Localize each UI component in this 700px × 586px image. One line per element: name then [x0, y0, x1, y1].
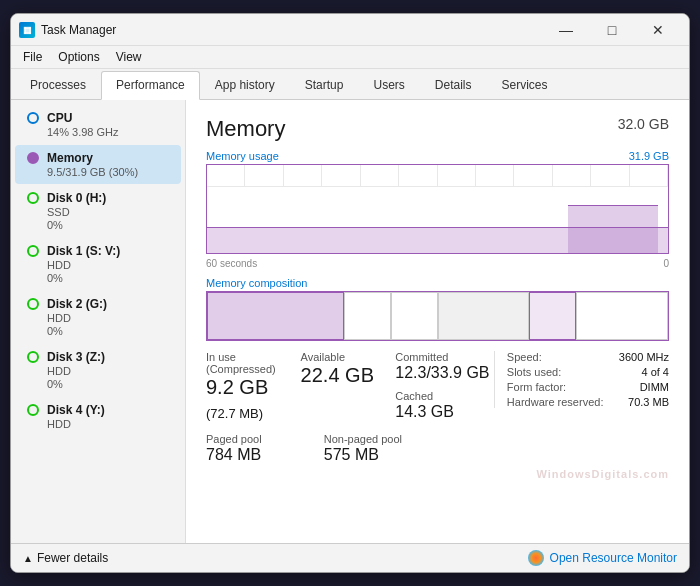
- stat-nonpaged: Non-paged pool 575 MB: [324, 433, 434, 464]
- tab-users[interactable]: Users: [358, 71, 419, 99]
- committed-value: 12.3/33.9 GB: [395, 363, 490, 382]
- close-button[interactable]: ✕: [635, 14, 681, 46]
- sidebar-item-cpu[interactable]: CPU 14% 3.98 GHz: [15, 105, 181, 144]
- sidebar-disk0-sub2: 0%: [27, 219, 169, 231]
- open-resource-label: Open Resource Monitor: [550, 551, 677, 565]
- sidebar-item-memory[interactable]: Memory 9.5/31.9 GB (30%): [15, 145, 181, 184]
- comp-white2: [391, 292, 438, 340]
- usage-max: 31.9 GB: [629, 150, 669, 162]
- in-use-gb: 9.2 GB: [206, 376, 268, 398]
- stats-section: In use (Compressed) 9.2 GB (72.7 MB) Ava…: [206, 351, 669, 423]
- slots-label: Slots used:: [507, 366, 607, 378]
- disk2-dot: [27, 298, 39, 310]
- usage-label: Memory usage: [206, 150, 279, 162]
- usage-section-label: Memory usage 31.9 GB: [206, 150, 669, 162]
- comp-white1: [344, 292, 391, 340]
- sidebar-item-disk1[interactable]: Disk 1 (S: V:) HDD 0%: [15, 238, 181, 290]
- sidebar-disk0-sub1: SSD: [27, 206, 169, 218]
- time-right-label: 0: [663, 258, 669, 269]
- memory-usage-chart: [206, 164, 669, 254]
- nonpaged-label: Non-paged pool: [324, 433, 434, 445]
- disk4-dot: [27, 404, 39, 416]
- form-label: Form factor:: [507, 381, 607, 393]
- nonpaged-value: 575 MB: [324, 445, 434, 464]
- tab-startup[interactable]: Startup: [290, 71, 359, 99]
- memory-composition-chart: [206, 291, 669, 341]
- fewer-details-label: Fewer details: [37, 551, 108, 565]
- disk1-dot: [27, 245, 39, 257]
- sidebar-disk4-header: Disk 4 (Y:): [27, 403, 169, 417]
- menu-options[interactable]: Options: [50, 46, 107, 68]
- bottom-bar: ▲ Fewer details Open Resource Monitor: [11, 543, 689, 572]
- stat-in-use: In use (Compressed) 9.2 GB (72.7 MB): [206, 351, 301, 423]
- stat-committed: Committed 12.3/33.9 GB: [395, 351, 490, 382]
- tab-performance[interactable]: Performance: [101, 71, 200, 100]
- content-total: 32.0 GB: [618, 116, 669, 132]
- sidebar-memory-name: Memory: [47, 151, 93, 165]
- sidebar-disk1-sub2: 0%: [27, 272, 169, 284]
- content-area: Memory 32.0 GB Memory usage 31.9 GB: [186, 100, 689, 543]
- composition-section-label: Memory composition: [206, 277, 669, 289]
- sidebar-item-disk3[interactable]: Disk 3 (Z:) HDD 0%: [15, 344, 181, 396]
- speed-value: 3600 MHz: [619, 351, 669, 363]
- content-header: Memory 32.0 GB: [206, 116, 669, 142]
- comp-in-use: [207, 292, 344, 340]
- maximize-button[interactable]: □: [589, 14, 635, 46]
- sidebar-cpu-sub: 14% 3.98 GHz: [27, 126, 169, 138]
- speed-row: Speed: 3600 MHz: [507, 351, 669, 363]
- pool-stats: Paged pool 784 MB Non-paged pool 575 MB: [206, 433, 669, 464]
- grid-cell: [553, 165, 591, 187]
- window-title: Task Manager: [41, 23, 543, 37]
- chart-time-labels: 60 seconds 0: [206, 258, 669, 269]
- cached-label: Cached: [395, 390, 490, 402]
- grid-cell: [207, 165, 245, 187]
- chevron-up-icon: ▲: [23, 553, 33, 564]
- grid-cell: [322, 165, 360, 187]
- in-use-compressed: (72.7 MB): [206, 406, 263, 421]
- disk0-dot: [27, 192, 39, 204]
- composition-label: Memory composition: [206, 277, 307, 289]
- minimize-button[interactable]: —: [543, 14, 589, 46]
- tab-details[interactable]: Details: [420, 71, 487, 99]
- reserved-row: Hardware reserved: 70.3 MB: [507, 396, 669, 408]
- tab-services[interactable]: Services: [487, 71, 563, 99]
- slots-value: 4 of 4: [641, 366, 669, 378]
- sidebar-item-disk4[interactable]: Disk 4 (Y:) HDD: [15, 397, 181, 436]
- sidebar-disk1-name: Disk 1 (S: V:): [47, 244, 120, 258]
- tab-app-history[interactable]: App history: [200, 71, 290, 99]
- title-bar: ▦ Task Manager — □ ✕: [11, 14, 689, 46]
- sidebar-disk4-name: Disk 4 (Y:): [47, 403, 105, 417]
- content-title: Memory: [206, 116, 285, 142]
- sidebar-disk3-sub2: 0%: [27, 378, 169, 390]
- menu-bar: File Options View: [11, 46, 689, 69]
- stat-committed-cached: Committed 12.3/33.9 GB Cached 14.3 GB: [395, 351, 490, 421]
- watermark: WindowsDigitals.com: [536, 468, 669, 480]
- stat-paged: Paged pool 784 MB: [206, 433, 316, 464]
- menu-view[interactable]: View: [108, 46, 150, 68]
- slots-row: Slots used: 4 of 4: [507, 366, 669, 378]
- grid-cell: [284, 165, 322, 187]
- resource-monitor-icon: [528, 550, 544, 566]
- sidebar-memory-sub: 9.5/31.9 GB (30%): [27, 166, 169, 178]
- in-use-label: In use (Compressed): [206, 351, 301, 375]
- app-icon: ▦: [19, 22, 35, 38]
- grid-cell: [514, 165, 552, 187]
- main-content: CPU 14% 3.98 GHz Memory 9.5/31.9 GB (30%…: [11, 100, 689, 543]
- task-manager-window: ▦ Task Manager — □ ✕ File Options View P…: [10, 13, 690, 573]
- sidebar-item-disk0[interactable]: Disk 0 (H:) SSD 0%: [15, 185, 181, 237]
- reserved-label: Hardware reserved:: [507, 396, 607, 408]
- open-resource-monitor-button[interactable]: Open Resource Monitor: [528, 550, 677, 566]
- tab-processes[interactable]: Processes: [15, 71, 101, 99]
- sidebar-memory-header: Memory: [27, 151, 169, 165]
- time-left-label: 60 seconds: [206, 258, 257, 269]
- sidebar-disk3-name: Disk 3 (Z:): [47, 350, 105, 364]
- grid-cell: [245, 165, 283, 187]
- grid-cell: [476, 165, 514, 187]
- fewer-details-button[interactable]: ▲ Fewer details: [23, 551, 108, 565]
- menu-file[interactable]: File: [15, 46, 50, 68]
- cached-value: 14.3 GB: [395, 402, 490, 421]
- grid-cell: [630, 165, 668, 187]
- sidebar-cpu-header: CPU: [27, 111, 169, 125]
- sidebar-item-disk2[interactable]: Disk 2 (G:) HDD 0%: [15, 291, 181, 343]
- sidebar-disk0-name: Disk 0 (H:): [47, 191, 106, 205]
